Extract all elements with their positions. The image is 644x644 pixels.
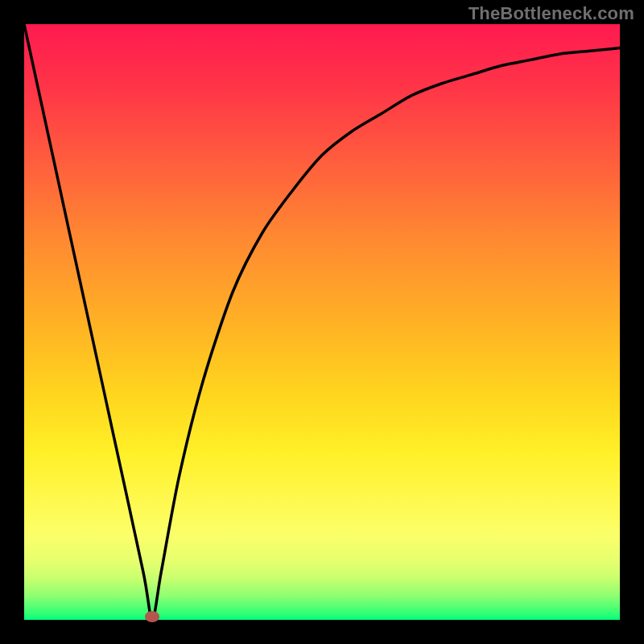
bottleneck-curve xyxy=(24,24,620,620)
chart-frame: TheBottleneck.com xyxy=(0,0,644,644)
plot-area xyxy=(24,24,620,620)
curve-svg xyxy=(24,24,620,620)
watermark-text: TheBottleneck.com xyxy=(469,3,634,24)
min-marker xyxy=(145,611,159,622)
